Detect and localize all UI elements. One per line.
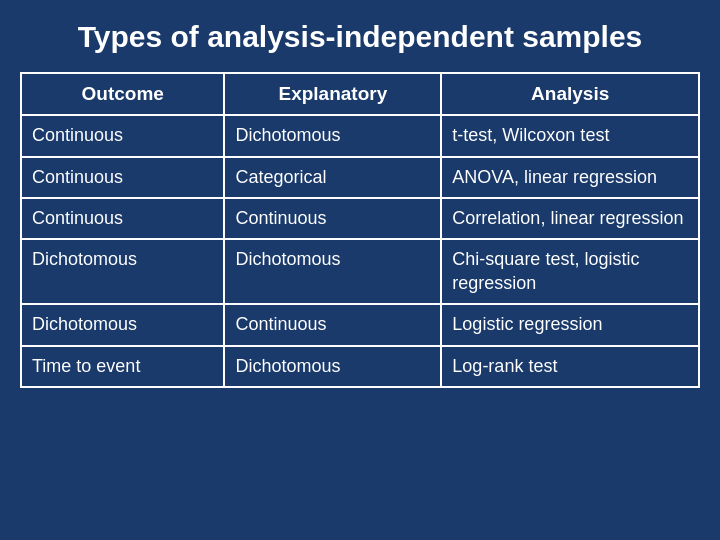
table-row: ContinuousDichotomoust-test, Wilcoxon te… <box>21 115 699 156</box>
cell-1-0: Continuous <box>21 157 224 198</box>
cell-2-0: Continuous <box>21 198 224 239</box>
header-outcome: Outcome <box>21 73 224 116</box>
cell-3-1: Dichotomous <box>224 239 441 304</box>
cell-4-1: Continuous <box>224 304 441 345</box>
table-row: DichotomousDichotomousChi-square test, l… <box>21 239 699 304</box>
table-row: DichotomousContinuousLogistic regression <box>21 304 699 345</box>
cell-2-2: Correlation, linear regression <box>441 198 699 239</box>
cell-4-0: Dichotomous <box>21 304 224 345</box>
cell-3-2: Chi-square test, logistic regression <box>441 239 699 304</box>
cell-0-1: Dichotomous <box>224 115 441 156</box>
cell-5-2: Log-rank test <box>441 346 699 387</box>
cell-1-1: Categorical <box>224 157 441 198</box>
table-header-row: Outcome Explanatory Analysis <box>21 73 699 116</box>
cell-1-2: ANOVA, linear regression <box>441 157 699 198</box>
header-analysis: Analysis <box>441 73 699 116</box>
table-row: ContinuousContinuousCorrelation, linear … <box>21 198 699 239</box>
table-row: Time to eventDichotomousLog-rank test <box>21 346 699 387</box>
cell-0-2: t-test, Wilcoxon test <box>441 115 699 156</box>
page-title: Types of analysis-independent samples <box>78 18 643 56</box>
cell-2-1: Continuous <box>224 198 441 239</box>
cell-4-2: Logistic regression <box>441 304 699 345</box>
analysis-table: Outcome Explanatory Analysis ContinuousD… <box>20 72 700 388</box>
cell-5-0: Time to event <box>21 346 224 387</box>
table-row: ContinuousCategoricalANOVA, linear regre… <box>21 157 699 198</box>
cell-3-0: Dichotomous <box>21 239 224 304</box>
cell-5-1: Dichotomous <box>224 346 441 387</box>
cell-0-0: Continuous <box>21 115 224 156</box>
header-explanatory: Explanatory <box>224 73 441 116</box>
